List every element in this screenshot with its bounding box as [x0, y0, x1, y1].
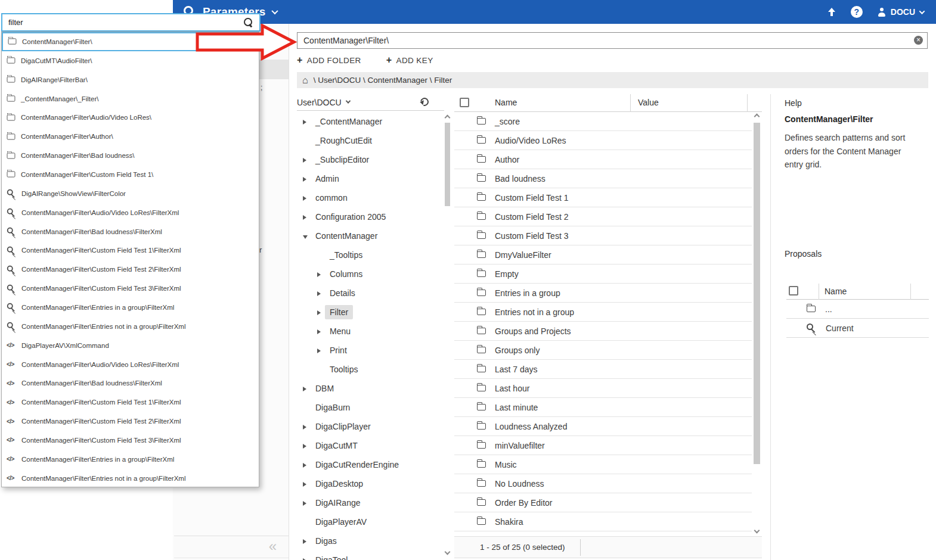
- table-row[interactable]: Empty: [454, 265, 752, 284]
- table-row[interactable]: Custom Field Test 1: [454, 188, 752, 207]
- expander-icon[interactable]: [303, 422, 310, 431]
- expander-icon[interactable]: [303, 498, 310, 508]
- expander-icon[interactable]: [317, 307, 324, 317]
- search-result-item[interactable]: ContentManager\Filter\: [2, 32, 259, 51]
- clear-icon[interactable]: [914, 36, 923, 45]
- tree-item[interactable]: DigaCutRenderEngine: [297, 455, 444, 474]
- table-row[interactable]: Last hour: [454, 379, 752, 398]
- table-scrollbar[interactable]: [753, 113, 761, 534]
- path-input[interactable]: [297, 32, 928, 49]
- search-box[interactable]: [1, 13, 261, 32]
- search-result-item[interactable]: DigAIRange\FilterBar\: [2, 70, 259, 89]
- table-row[interactable]: DmyValueFilter: [454, 245, 752, 265]
- search-result-item[interactable]: ContentManager\Filter\Custom Field Test …: [2, 279, 259, 298]
- search-result-item[interactable]: ContentManager\Filter\Entries in a group…: [2, 298, 259, 317]
- chevron-down-icon[interactable]: [271, 8, 278, 14]
- scroll-up-icon[interactable]: [445, 115, 451, 121]
- table-row[interactable]: Groups only: [454, 341, 752, 360]
- tree-item[interactable]: DigAIRange: [297, 493, 444, 512]
- tree-item[interactable]: Menu: [297, 322, 444, 341]
- table-row[interactable]: Music: [454, 455, 752, 474]
- table-row[interactable]: Last 7 days: [454, 360, 752, 379]
- scroll-down-icon[interactable]: [754, 528, 760, 534]
- expander-icon[interactable]: [303, 136, 310, 145]
- tree-item[interactable]: DigaCutMT: [297, 436, 444, 455]
- expander-icon[interactable]: [303, 517, 310, 527]
- tree-item[interactable]: DigaDesktop: [297, 474, 444, 493]
- column-header-value[interactable]: Value: [638, 98, 659, 107]
- tree-scrollbar[interactable]: [444, 112, 452, 560]
- scroll-up-icon[interactable]: [754, 114, 760, 120]
- tree-item[interactable]: _RoughCutEdit: [297, 131, 444, 150]
- tree-item[interactable]: Print: [297, 341, 444, 360]
- search-result-item[interactable]: _ContentManager\_Filter\: [2, 89, 259, 108]
- search-input[interactable]: [8, 18, 243, 27]
- search-result-item[interactable]: DigaCutMT\AudioFilter\: [2, 51, 259, 70]
- search-result-item[interactable]: ContentManager\Filter\Custom Field Test …: [2, 165, 259, 184]
- column-header-name[interactable]: Name: [495, 98, 517, 107]
- tree-item[interactable]: _SubclipEditor: [297, 150, 444, 169]
- expander-icon[interactable]: [303, 155, 310, 164]
- expander-icon[interactable]: [317, 365, 324, 374]
- search-result-item[interactable]: ContentManager\Filter\Bad loudness\: [2, 146, 259, 165]
- expander-icon[interactable]: [303, 460, 310, 469]
- search-icon[interactable]: [243, 17, 253, 27]
- expander-icon[interactable]: [303, 231, 310, 241]
- tree-item[interactable]: ContentManager: [297, 226, 444, 245]
- proposals-column-name[interactable]: Name: [825, 287, 847, 296]
- search-result-item[interactable]: ContentManager\Filter\Entries not in a g…: [2, 469, 259, 487]
- table-row[interactable]: Order By Editor: [454, 493, 752, 512]
- tree-item[interactable]: Columns: [297, 265, 444, 284]
- tree-item[interactable]: DigaPlayerAV: [297, 512, 444, 531]
- help-icon[interactable]: [851, 6, 863, 18]
- expander-icon[interactable]: [317, 250, 324, 260]
- expander-icon[interactable]: [317, 269, 324, 279]
- table-row[interactable]: Entries in a group: [454, 284, 752, 303]
- expander-icon[interactable]: [303, 174, 310, 183]
- expander-icon[interactable]: [303, 117, 310, 126]
- search-result-item[interactable]: ContentManager\Filter\Custom Field Test …: [2, 412, 259, 431]
- scrollbar-thumb[interactable]: [754, 123, 760, 464]
- expander-icon[interactable]: [303, 555, 310, 560]
- table-row[interactable]: No Loudness: [454, 474, 752, 493]
- expander-icon[interactable]: [317, 346, 324, 355]
- expander-icon[interactable]: [303, 441, 310, 450]
- user-menu[interactable]: DOCU: [878, 7, 924, 17]
- search-result-item[interactable]: DigAIRange\ShowView\FilterColor: [2, 184, 259, 203]
- up-arrow-icon[interactable]: [827, 8, 836, 17]
- expander-icon[interactable]: [303, 479, 310, 489]
- table-row[interactable]: Loudness Analyzed: [454, 417, 752, 436]
- proposal-row[interactable]: ...: [786, 300, 929, 319]
- expander-icon[interactable]: [303, 193, 310, 203]
- expander-icon[interactable]: [317, 326, 324, 336]
- home-icon[interactable]: [302, 76, 308, 85]
- tree-item[interactable]: DigaClipPlayer: [297, 417, 444, 436]
- search-result-item[interactable]: ContentManager\Filter\Custom Field Test …: [2, 241, 259, 260]
- expander-icon[interactable]: [303, 384, 310, 393]
- scroll-down-icon[interactable]: [445, 549, 451, 555]
- tree-item[interactable]: Filter: [297, 303, 444, 322]
- search-result-item[interactable]: ContentManager\Filter\Custom Field Test …: [2, 260, 259, 279]
- refresh-icon[interactable]: [419, 96, 430, 107]
- table-row[interactable]: Audio/Video LoRes: [454, 131, 752, 150]
- proposals-select-all-checkbox[interactable]: [789, 286, 798, 295]
- tree-item[interactable]: common: [297, 188, 444, 207]
- breadcrumb[interactable]: \ User\DOCU \ ContentManager \ Filter: [297, 72, 928, 88]
- table-row[interactable]: minValuefilter: [454, 436, 752, 455]
- tree-item[interactable]: DBM: [297, 379, 444, 398]
- tree-item[interactable]: Configuration 2005: [297, 207, 444, 226]
- tree-item[interactable]: Digas: [297, 531, 444, 550]
- table-row[interactable]: Author: [454, 150, 752, 169]
- search-result-item[interactable]: ContentManager\Filter\Custom Field Test …: [2, 393, 259, 412]
- tree-root-selector[interactable]: User\DOCU: [297, 94, 444, 111]
- search-result-item[interactable]: ContentManager\Filter\Audio/Video LoRes\…: [2, 203, 259, 222]
- tree-item[interactable]: _ContentManager: [297, 112, 444, 131]
- expander-icon[interactable]: [303, 536, 310, 546]
- tree-item[interactable]: DigaTool: [297, 550, 444, 560]
- search-result-item[interactable]: ContentManager\Filter\Bad loudness\Filte…: [2, 222, 259, 241]
- search-result-item[interactable]: ContentManager\Filter\Custom Field Test …: [2, 431, 259, 450]
- table-row[interactable]: Last minute: [454, 398, 752, 417]
- add-folder-button[interactable]: ADD FOLDER: [297, 55, 361, 66]
- table-row[interactable]: Custom Field Test 2: [454, 207, 752, 226]
- search-result-item[interactable]: DigaPlayerAV\XmlCommand: [2, 336, 259, 355]
